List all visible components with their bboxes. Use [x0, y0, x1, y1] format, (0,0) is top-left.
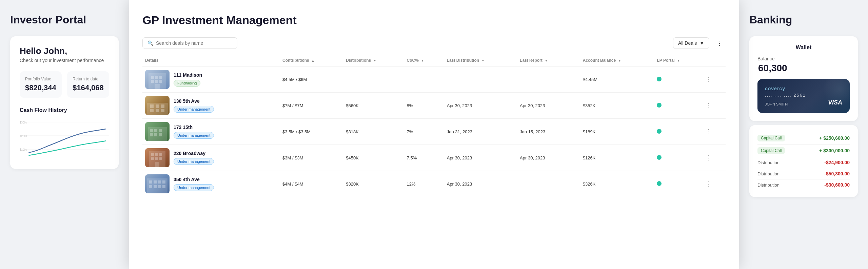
svg-rect-31	[159, 153, 162, 156]
cashflow-chart: $300k $200k $100k	[20, 119, 109, 159]
deal-last-distribution: Jan 31, 2023	[444, 119, 517, 145]
row-more-icon[interactable]: ⋮	[705, 180, 711, 187]
th-last-distribution[interactable]: Last Distribution ▼	[444, 55, 517, 66]
svg-rect-13	[155, 84, 160, 89]
th-coc[interactable]: CoC% ▼	[404, 55, 444, 66]
row-more-icon[interactable]: ⋮	[705, 154, 711, 161]
deal-actions-cell[interactable]: ⋮	[703, 93, 726, 119]
deal-details-cell: 220 Broadway Under management	[142, 145, 280, 171]
deal-name: 350 4th Ave	[174, 177, 214, 182]
deal-last-distribution: -	[444, 66, 517, 93]
cashflow-title: Cash Flow History	[20, 107, 109, 113]
deal-text: 350 4th Ave Under management	[174, 177, 214, 191]
deal-badge: Under management	[174, 106, 214, 113]
return-box: Return to date $164,068	[67, 71, 109, 98]
table-row[interactable]: 111 Madison Fundraising $4.5M / $6M - - …	[142, 66, 726, 93]
deal-thumbnail	[145, 148, 170, 167]
portfolio-value-box: Portfolio Value $820,344	[20, 71, 62, 98]
deal-last-distribution: Apr 30, 2023	[444, 171, 517, 197]
deal-name: 172 15th	[174, 124, 214, 130]
deal-thumbnail	[145, 96, 170, 115]
greeting-sub: Check out your investment performance	[20, 58, 109, 63]
th-last-report[interactable]: Last Report ▼	[517, 55, 580, 66]
transaction-row: Capital Call + $300,000.00	[757, 145, 850, 157]
svg-rect-27	[159, 133, 162, 136]
svg-rect-35	[155, 162, 159, 167]
svg-rect-38	[154, 180, 157, 184]
table-row[interactable]: 130 5th Ave Under management $7M / $7M $…	[142, 93, 726, 119]
deal-actions-cell[interactable]: ⋮	[703, 119, 726, 145]
search-input[interactable]	[156, 40, 232, 46]
svg-rect-10	[151, 80, 154, 83]
svg-rect-11	[155, 80, 158, 83]
deal-thumbnail	[145, 122, 170, 141]
row-more-icon[interactable]: ⋮	[705, 76, 711, 83]
svg-rect-32	[151, 157, 154, 160]
svg-rect-18	[150, 109, 154, 112]
sort-asc-icon: ▲	[311, 59, 315, 62]
transaction-amount: + $300,000.00	[819, 148, 850, 153]
row-more-icon[interactable]: ⋮	[705, 102, 711, 109]
svg-rect-17	[161, 104, 164, 108]
toolbar: 🔍 All Deals ▼ ⋮	[142, 37, 726, 49]
banking-title: Banking	[749, 14, 858, 26]
sort-icon: ▼	[618, 59, 621, 62]
deal-lp-portal	[654, 119, 703, 145]
th-contributions[interactable]: Contributions ▲	[280, 55, 343, 66]
svg-rect-43	[158, 185, 161, 188]
search-box[interactable]: 🔍	[142, 37, 237, 49]
deal-details-cell: 350 4th Ave Under management	[142, 171, 280, 197]
deal-contributions: $4M / $4M	[280, 171, 343, 197]
lp-status-dot	[657, 155, 662, 160]
balance-value: 60,300	[757, 63, 850, 74]
svg-rect-33	[155, 157, 158, 160]
transaction-row: Capital Call + $250,600.00	[757, 132, 850, 145]
svg-rect-44	[162, 185, 165, 188]
deal-contributions: $3.5M / $3.5M	[280, 119, 343, 145]
deal-contributions: $3M / $3M	[280, 145, 343, 171]
investor-portal-panel: Investor Portal Hello John, Check out yo…	[0, 0, 129, 269]
deal-account-balance: $189K	[580, 119, 654, 145]
svg-rect-26	[154, 133, 157, 136]
deal-info: 220 Broadway Under management	[145, 148, 277, 167]
deal-distributions: $320K	[343, 171, 404, 197]
more-options-button[interactable]: ⋮	[713, 37, 726, 49]
deal-contributions: $4.5M / $6M	[280, 66, 343, 93]
svg-rect-15	[150, 104, 154, 108]
sort-icon: ▼	[421, 59, 424, 62]
deal-actions-cell[interactable]: ⋮	[703, 145, 726, 171]
row-more-icon[interactable]: ⋮	[705, 128, 711, 135]
th-lp-portal[interactable]: LP Portal ▼	[654, 55, 703, 66]
deal-coc: 7%	[404, 119, 444, 145]
deal-details-cell: 130 5th Ave Under management	[142, 93, 280, 119]
svg-rect-19	[156, 109, 159, 112]
deal-distributions: $450K	[343, 145, 404, 171]
transaction-amount: + $250,600.00	[819, 135, 850, 141]
portfolio-value: $820,344	[25, 83, 56, 92]
deal-last-report: Apr 30, 2023	[517, 93, 580, 119]
lp-status-dot	[657, 77, 662, 81]
all-deals-dropdown[interactable]: All Deals ▼	[673, 37, 709, 49]
transaction-label: Distribution	[757, 171, 780, 176]
svg-rect-30	[155, 153, 158, 156]
deal-account-balance: $352K	[580, 93, 654, 119]
lp-status-dot	[657, 181, 662, 186]
svg-rect-8	[155, 76, 158, 79]
th-distributions[interactable]: Distributions ▼	[343, 55, 404, 66]
deal-distributions: $560K	[343, 93, 404, 119]
deal-info: 111 Madison Fundraising	[145, 70, 277, 89]
deal-actions-cell[interactable]: ⋮	[703, 66, 726, 93]
deal-actions-cell[interactable]: ⋮	[703, 171, 726, 197]
deal-account-balance: $326K	[580, 171, 654, 197]
portfolio-label: Portfolio Value	[25, 77, 56, 81]
th-account-balance[interactable]: Account Balance ▼	[580, 55, 654, 66]
table-row[interactable]: 350 4th Ave Under management $4M / $4M $…	[142, 171, 726, 197]
table-row[interactable]: 220 Broadway Under management $3M / $3M …	[142, 145, 726, 171]
deal-coc: -	[404, 66, 444, 93]
deal-details-cell: 111 Madison Fundraising	[142, 66, 280, 93]
gp-investment-panel: GP Investment Management 🔍 All Deals ▼ ⋮…	[129, 0, 739, 269]
chevron-down-icon: ▼	[699, 40, 704, 46]
deal-last-distribution: Apr 30, 2023	[444, 145, 517, 171]
table-row[interactable]: 172 15th Under management $3.5M / $3.5M …	[142, 119, 726, 145]
lp-status-dot	[657, 103, 662, 108]
